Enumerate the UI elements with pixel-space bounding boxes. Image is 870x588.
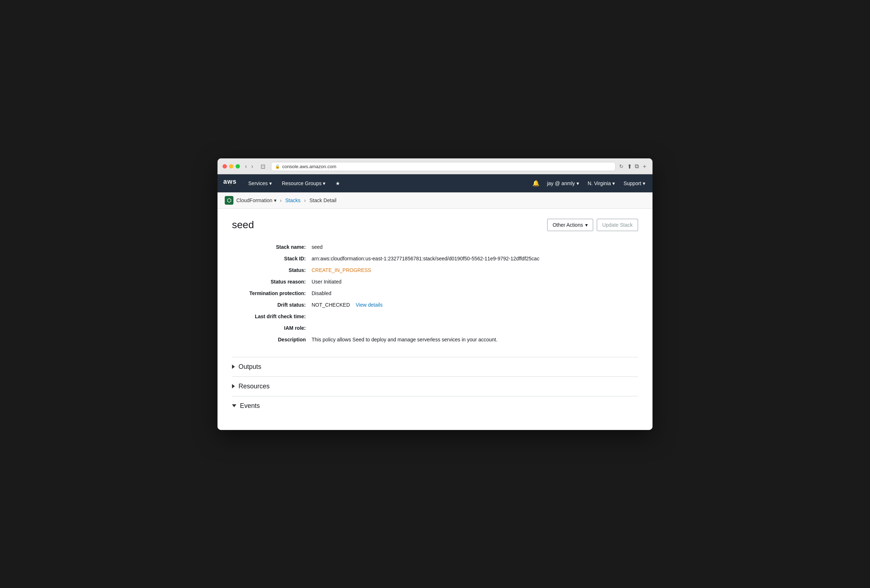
support-chevron-icon: ▾ bbox=[643, 180, 645, 186]
stack-details-table: Stack name: seed Stack ID: arn:aws:cloud… bbox=[232, 241, 638, 345]
breadcrumb-current-page: Stack Detail bbox=[310, 197, 337, 203]
drift-status-label: Drift status: bbox=[232, 302, 311, 308]
update-stack-label: Update Stack bbox=[602, 222, 633, 228]
lock-icon: 🔒 bbox=[275, 164, 280, 169]
traffic-lights bbox=[223, 164, 240, 169]
close-button[interactable] bbox=[223, 164, 227, 169]
iam-role-row: IAM role: bbox=[232, 322, 638, 334]
other-actions-chevron-icon: ▾ bbox=[585, 222, 588, 228]
description-value: This policy allows Seed to deploy and ma… bbox=[311, 337, 638, 343]
events-label: Events bbox=[240, 402, 260, 410]
cloudformation-service-menu[interactable]: CloudFormation ▾ bbox=[236, 197, 277, 203]
outputs-chevron-icon bbox=[232, 365, 235, 369]
support-menu[interactable]: Support ▾ bbox=[622, 178, 647, 189]
termination-protection-value: Disabled bbox=[311, 290, 638, 296]
resources-chevron-icon bbox=[232, 384, 235, 388]
termination-protection-label: Termination protection: bbox=[232, 290, 311, 296]
outputs-section-header[interactable]: Outputs bbox=[232, 363, 638, 371]
breadcrumb-bar: ⬡ CloudFormation ▾ › Stacks › Stack Deta… bbox=[218, 192, 652, 209]
view-details-link[interactable]: View details bbox=[356, 302, 383, 308]
url-text: console.aws.amazon.com bbox=[282, 164, 337, 169]
aws-logo-text: aws bbox=[223, 178, 237, 185]
pin-icon: ★ bbox=[335, 180, 340, 186]
add-button[interactable]: ＋ bbox=[642, 163, 647, 170]
outputs-label: Outputs bbox=[238, 363, 261, 371]
stack-name-row: Stack name: seed bbox=[232, 241, 638, 253]
resources-section-header[interactable]: Resources bbox=[232, 383, 638, 390]
status-reason-value: User Initiated bbox=[311, 279, 638, 285]
stack-name-value: seed bbox=[311, 244, 638, 250]
resource-groups-label: Resource Groups bbox=[282, 180, 322, 186]
description-row: Description This policy allows Seed to d… bbox=[232, 334, 638, 345]
resources-section: Resources bbox=[232, 376, 638, 396]
breadcrumb-separator: › bbox=[280, 197, 282, 203]
events-section: Events bbox=[232, 396, 638, 416]
main-content: seed Other Actions ▾ Update Stack Stack … bbox=[218, 209, 652, 430]
events-chevron-icon bbox=[232, 404, 236, 407]
iam-role-label: IAM role: bbox=[232, 325, 311, 331]
back-button[interactable]: ‹ bbox=[244, 162, 248, 170]
services-chevron-icon: ▾ bbox=[269, 180, 272, 186]
outputs-section: Outputs bbox=[232, 357, 638, 376]
aws-navbar: aws ⌒ Services ▾ Resource Groups ▾ ★ 🔔 j… bbox=[218, 174, 652, 192]
minimize-button[interactable] bbox=[229, 164, 234, 169]
iam-role-value bbox=[311, 325, 638, 331]
resource-groups-nav-item[interactable]: Resource Groups ▾ bbox=[280, 178, 327, 189]
address-bar[interactable]: 🔒 console.aws.amazon.com bbox=[271, 162, 615, 171]
new-tab-button[interactable]: ⧉ bbox=[635, 163, 639, 170]
aws-logo: aws ⌒ bbox=[223, 178, 237, 189]
drift-status-value: NOT_CHECKED View details bbox=[311, 302, 638, 308]
stack-id-value: arn:aws:cloudformation:us-east-1:2327718… bbox=[311, 256, 638, 261]
refresh-button[interactable]: ↻ bbox=[619, 163, 624, 169]
other-actions-button[interactable]: Other Actions ▾ bbox=[547, 219, 593, 231]
user-label: jay @ anmly bbox=[547, 180, 575, 186]
events-section-header[interactable]: Events bbox=[232, 402, 638, 410]
stack-id-row: Stack ID: arn:aws:cloudformation:us-east… bbox=[232, 253, 638, 264]
stack-name-label: Stack name: bbox=[232, 244, 311, 250]
forward-button[interactable]: › bbox=[250, 162, 255, 170]
user-chevron-icon: ▾ bbox=[577, 180, 579, 186]
notification-bell-icon[interactable]: 🔔 bbox=[532, 180, 539, 187]
support-label: Support bbox=[624, 180, 641, 186]
cloudformation-label: CloudFormation bbox=[236, 197, 273, 203]
services-label: Services bbox=[248, 180, 268, 186]
status-reason-label: Status reason: bbox=[232, 279, 311, 285]
breadcrumb-separator-2: › bbox=[304, 197, 306, 203]
cloudformation-chevron-icon: ▾ bbox=[274, 197, 277, 203]
maximize-button[interactable] bbox=[235, 164, 240, 169]
status-reason-row: Status reason: User Initiated bbox=[232, 276, 638, 288]
region-label: N. Virginia bbox=[588, 180, 611, 186]
status-value: CREATE_IN_PROGRESS bbox=[311, 267, 638, 273]
stack-header: seed Other Actions ▾ Update Stack bbox=[232, 219, 638, 231]
resources-label: Resources bbox=[238, 383, 270, 390]
region-chevron-icon: ▾ bbox=[612, 180, 615, 186]
pin-nav-item[interactable]: ★ bbox=[334, 178, 342, 189]
status-label: Status: bbox=[232, 267, 311, 273]
termination-protection-row: Termination protection: Disabled bbox=[232, 288, 638, 299]
share-button[interactable]: ⬆ bbox=[627, 163, 632, 170]
update-stack-button[interactable]: Update Stack bbox=[597, 219, 638, 231]
other-actions-label: Other Actions bbox=[553, 222, 583, 228]
last-drift-row: Last drift check time: bbox=[232, 310, 638, 322]
header-actions: Other Actions ▾ Update Stack bbox=[547, 219, 638, 231]
last-drift-value bbox=[311, 313, 638, 319]
user-menu[interactable]: jay @ anmly ▾ bbox=[545, 178, 580, 189]
stack-id-label: Stack ID: bbox=[232, 256, 311, 261]
region-menu[interactable]: N. Virginia ▾ bbox=[586, 178, 616, 189]
status-row: Status: CREATE_IN_PROGRESS bbox=[232, 264, 638, 276]
drift-status-text: NOT_CHECKED bbox=[311, 302, 350, 308]
stack-title: seed bbox=[232, 219, 254, 231]
last-drift-label: Last drift check time: bbox=[232, 313, 311, 319]
browser-window: ‹ › ⊡ 🔒 console.aws.amazon.com ↻ ⬆ ⧉ ＋ a… bbox=[218, 158, 652, 430]
browser-chrome: ‹ › ⊡ 🔒 console.aws.amazon.com ↻ ⬆ ⧉ ＋ bbox=[218, 158, 652, 174]
stacks-breadcrumb-link[interactable]: Stacks bbox=[285, 197, 300, 203]
resource-groups-chevron-icon: ▾ bbox=[323, 180, 325, 186]
drift-status-row: Drift status: NOT_CHECKED View details bbox=[232, 299, 638, 310]
aws-logo-smile: ⌒ bbox=[228, 185, 232, 189]
sidebar-button[interactable]: ⊡ bbox=[258, 162, 267, 171]
services-nav-item[interactable]: Services ▾ bbox=[247, 178, 273, 189]
cloudformation-icon: ⬡ bbox=[225, 196, 234, 205]
description-label: Description bbox=[232, 337, 311, 343]
